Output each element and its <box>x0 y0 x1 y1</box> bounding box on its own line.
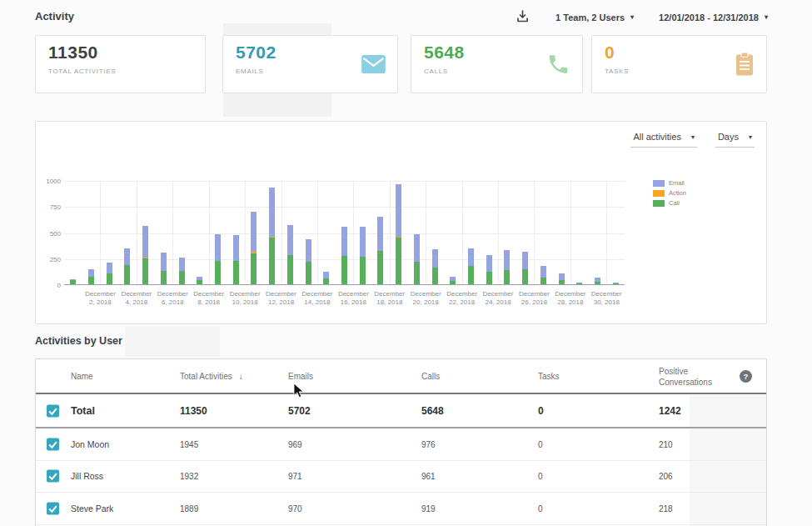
bar-call-December 7, 2018 <box>179 271 185 284</box>
envelope-icon <box>361 55 386 73</box>
bar-email-December 12, 2018 <box>269 188 275 237</box>
header-toolbar: 1 Team, 2 Users ▾ 12/01/2018 - 12/31/201… <box>515 8 768 26</box>
bar-email-December 22, 2018 <box>450 277 456 281</box>
legend-label: Call <box>669 199 680 207</box>
legend-item-action: Action <box>653 189 686 197</box>
y-tick-label: 750 <box>37 203 61 211</box>
bar-call-December 31, 2018 <box>613 283 619 284</box>
bar-email-December 19, 2018 <box>396 184 401 237</box>
page-title: Activity <box>35 10 74 23</box>
legend-swatch <box>653 200 665 207</box>
bar-email-December 2, 2018 <box>88 269 94 277</box>
tasks-cell: 0 <box>538 405 544 417</box>
team-selector-label: 1 Team, 2 Users <box>555 13 625 23</box>
row-checkbox[interactable] <box>47 404 59 417</box>
team-selector-dropdown[interactable]: 1 Team, 2 Users ▾ <box>555 13 634 23</box>
table-cell: 919 <box>421 503 436 513</box>
bar-call-December 29, 2018 <box>576 283 582 284</box>
legend-label: Action <box>669 189 686 197</box>
stacked-bar-chart <box>64 181 625 285</box>
bar-call-December 26, 2018 <box>522 269 528 284</box>
table-cell: 0 <box>538 439 543 448</box>
row-name: Steve Park <box>71 503 113 513</box>
chevron-down-icon: ▾ <box>691 133 695 141</box>
calls-value: 5648 <box>424 43 465 63</box>
bar-call-December 22, 2018 <box>450 281 456 284</box>
bar-email-December 30, 2018 <box>595 278 600 282</box>
bar-email-December 18, 2018 <box>377 217 383 251</box>
positive-conversations-cell: 1242 <box>659 405 681 417</box>
download-button[interactable] <box>515 8 531 26</box>
table-cell: 976 <box>421 439 436 448</box>
interval-label: Days <box>718 132 739 142</box>
table-row-jill-ross: Jill Ross19329719610206 <box>36 461 766 493</box>
legend-item-call: Call <box>653 199 686 207</box>
bar-email-December 10, 2018 <box>233 235 239 261</box>
interval-dropdown[interactable]: Days ▾ <box>715 132 755 148</box>
bar-email-December 26, 2018 <box>522 252 528 269</box>
column-header-positive-conversations[interactable]: Positive Conversations <box>659 366 719 388</box>
table-cell: 1889 <box>180 503 198 513</box>
bar-email-December 3, 2018 <box>107 263 112 273</box>
y-tick-label: 250 <box>37 256 61 263</box>
column-header-calls[interactable]: Calls <box>421 372 440 381</box>
chart-legend: EmailActionCall <box>653 179 686 207</box>
row-checkbox[interactable] <box>47 502 59 514</box>
total-activities-value: 11350 <box>48 43 98 63</box>
total-activities-label: TOTAL ACTIVITIES <box>48 68 116 75</box>
chevron-down-icon: ▾ <box>630 13 634 21</box>
stat-card-emails: 5702 EMAILS <box>222 35 398 93</box>
bar-call-December 9, 2018 <box>215 261 221 284</box>
bar-email-December 24, 2018 <box>486 255 492 272</box>
activity-type-label: All activities <box>633 132 680 142</box>
calls-label: CALLS <box>424 68 448 75</box>
column-header-name[interactable]: Name <box>71 372 93 381</box>
y-tick-label: 500 <box>37 230 61 238</box>
chevron-down-icon: ▾ <box>749 133 752 141</box>
stat-card-calls: 5648 CALLS <box>411 35 583 93</box>
bar-call-December 17, 2018 <box>360 257 366 284</box>
bar-email-December 28, 2018 <box>559 273 565 280</box>
stat-card-tasks: 0 TASKS <box>591 35 767 93</box>
row-name: Jill Ross <box>71 471 103 481</box>
checkbox-checked-icon <box>47 470 59 483</box>
table-cell: 1945 <box>180 439 198 448</box>
date-range-dropdown[interactable]: 12/01/2018 - 12/31/2018 ▾ <box>659 13 768 23</box>
row-checkbox[interactable] <box>47 470 59 483</box>
table-row-total: Total 11350 5702 5648 0 1242 <box>36 394 766 428</box>
x-tick-label: December30, 2018 <box>580 290 633 307</box>
table-row-jon-moon: Jon Moon19459699760210 <box>36 428 766 461</box>
legend-swatch <box>653 180 665 187</box>
emails-value: 5702 <box>236 43 276 63</box>
download-icon <box>515 8 531 26</box>
gridline <box>64 207 625 208</box>
bar-email-December 16, 2018 <box>341 227 347 256</box>
bar-call-December 12, 2018 <box>269 237 275 284</box>
table-cell: 206 <box>659 472 673 481</box>
activity-chart-panel: All activities ▾ Days ▾ 02505007501000 D… <box>35 121 767 324</box>
bar-email-December 4, 2018 <box>124 248 130 265</box>
background-artifact <box>125 327 220 357</box>
column-header-emails[interactable]: Emails <box>288 372 313 381</box>
bar-email-December 9, 2018 <box>215 234 221 261</box>
bar-call-December 10, 2018 <box>233 261 239 284</box>
bar-email-December 31, 2018 <box>613 283 619 283</box>
bar-email-December 25, 2018 <box>504 250 510 270</box>
row-name: Total <box>71 405 95 417</box>
gridline <box>64 181 625 182</box>
bar-call-December 23, 2018 <box>468 266 474 284</box>
table-cell: 0 <box>538 503 543 513</box>
bar-email-December 21, 2018 <box>432 249 438 268</box>
bar-action-December 12, 2018 <box>269 237 275 238</box>
total-activities-cell: 11350 <box>180 405 207 417</box>
bar-call-December 18, 2018 <box>377 251 383 284</box>
calls-cell: 5648 <box>421 405 444 417</box>
row-checkbox[interactable] <box>47 438 59 450</box>
column-header-tasks[interactable]: Tasks <box>538 372 560 381</box>
bar-email-December 27, 2018 <box>541 266 546 278</box>
help-icon[interactable]: ? <box>740 370 752 383</box>
activity-type-dropdown[interactable]: All activities ▾ <box>630 132 696 148</box>
column-header-total-activities[interactable]: Total Activities↓ <box>180 372 243 381</box>
bar-email-December 7, 2018 <box>179 258 185 271</box>
bar-email-December 17, 2018 <box>360 227 366 257</box>
